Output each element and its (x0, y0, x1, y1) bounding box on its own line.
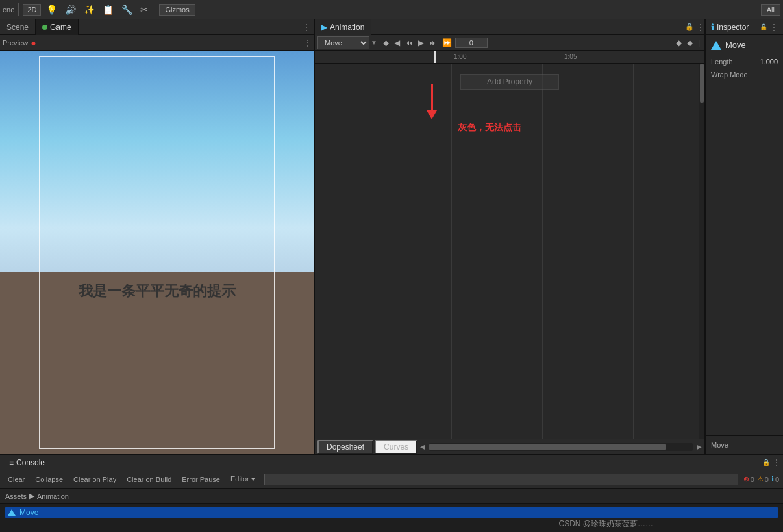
tools-icon[interactable]: 🔧 (119, 3, 135, 16)
playhead[interactable] (434, 51, 436, 63)
asset-panel: Assets ▶ Animation Move (0, 489, 783, 532)
forward-btn[interactable]: ⏩ (440, 37, 454, 49)
clip-selector[interactable]: Move (317, 36, 369, 49)
timeline-ruler: 1:00 1:05 (434, 51, 702, 63)
error-badge: ⊗ 0 (743, 475, 754, 483)
scrollbar-v-thumb (700, 64, 704, 103)
fx-icon[interactable]: ✨ (81, 3, 97, 16)
annotation-arrow (427, 84, 437, 119)
console-lock-icon[interactable]: 🔒 (762, 459, 770, 466)
anim-toolbar: Move ▼ ◆ ◀ ⏮ ▶ ⏭ ⏩ ◆ ◆ | (315, 35, 704, 51)
game-tab-dot (42, 25, 47, 30)
layers-icon[interactable]: 📋 (100, 3, 116, 16)
anim-tab-bar: ▶ Animation 🔒 ⋮ (315, 19, 704, 35)
top-toolbar: ene 2D 💡 🔊 ✨ 📋 🔧 ✂ Gizmos All (0, 0, 783, 19)
game-tab-label: Game (50, 23, 71, 32)
bottom-area: ≡ Console 🔒 ⋮ Clear Collapse Clear on Pl… (0, 454, 783, 532)
diamond-key-btn[interactable]: ◆ (381, 37, 391, 49)
assets-root-label: Assets (5, 492, 27, 500)
gizmos-button[interactable]: Gizmos (159, 4, 195, 16)
editor-dropdown-button[interactable]: Editor ▾ (227, 474, 259, 485)
error-count: 0 (751, 476, 754, 483)
length-label: Length (711, 58, 733, 66)
asset-item-move[interactable]: Move (5, 507, 778, 518)
info-icon: ℹ (771, 475, 774, 483)
assets-folder-label: Animation (37, 492, 69, 500)
timeline-scrollbar-v[interactable] (699, 64, 704, 439)
game-sub-toolbar: Preview ● ⋮ (0, 35, 314, 51)
console-toolbar: Clear Collapse Clear on Play Clear on Bu… (0, 470, 783, 489)
scene-hint-text: 我是一条平平无奇的提示 (79, 282, 236, 301)
anim-panel-icons: 🔒 ⋮ (685, 23, 704, 32)
clear-button[interactable]: Clear (4, 474, 29, 485)
console-more-icon[interactable]: ⋮ (773, 458, 780, 467)
divider2 (155, 3, 155, 16)
tab-game[interactable]: Game (36, 19, 79, 35)
preview-label: Preview (3, 39, 28, 47)
console-icon: ≡ (9, 458, 14, 467)
length-property: Length 1.000 (706, 55, 783, 68)
scroll-left-btn[interactable]: ◀ (420, 443, 425, 450)
scroll-right-btn[interactable]: ▶ (697, 443, 702, 450)
warn-badge: ⚠ 0 (757, 475, 769, 483)
anim-more-icon[interactable]: ⋮ (697, 23, 704, 32)
wrap-mode-property: Wrap Mode (706, 68, 783, 81)
info-badge: ℹ 0 (771, 475, 779, 483)
wrap-mode-label: Wrap Mode (711, 71, 748, 79)
grid-line-5 (633, 64, 634, 439)
add-property-button: Add Property (460, 74, 559, 90)
curves-tab[interactable]: Curves (375, 440, 417, 454)
inspector-icon: ℹ (711, 22, 714, 32)
clear-on-build-button[interactable]: Clear on Build (123, 474, 175, 485)
anim-dropdown-arrow: ▼ (371, 39, 377, 46)
scissors-icon[interactable]: ✂ (138, 3, 151, 16)
record-indicator: ● (31, 38, 36, 48)
clear-on-play-button[interactable]: Clear on Play (69, 474, 120, 485)
grid-line-1 (451, 64, 452, 439)
asset-item-icon (8, 509, 16, 516)
scrollbar-h-thumb (429, 444, 666, 450)
console-panel-icons: 🔒 ⋮ (762, 458, 780, 467)
tab-more-icon[interactable]: ⋮ (299, 23, 314, 32)
move-triangle-icon (711, 41, 721, 50)
play-btn[interactable]: ▶ (416, 37, 426, 49)
grid-line-4 (588, 64, 588, 439)
rewind-btn[interactable]: ⏮ (403, 37, 415, 49)
inspector-lock-icon[interactable]: 🔒 (760, 23, 767, 30)
collapse-button[interactable]: Collapse (31, 474, 67, 485)
divider1 (18, 3, 19, 16)
watermark-text: CSDN @珍珠奶茶菠萝…… (558, 518, 653, 529)
inspector-panel: ℹ Inspector 🔒 ⋮ Move Length 1.000 Wrap M… (705, 19, 783, 454)
inspector-bottom-section: Move (706, 435, 783, 454)
lock-icon[interactable]: 🔒 (685, 23, 694, 31)
inspector-move-section: Move (706, 35, 783, 55)
animation-panel: ▶ Animation 🔒 ⋮ Move ▼ ◆ ◀ ⏮ ▶ ⏭ ⏩ (315, 19, 705, 454)
tab-console[interactable]: ≡ Console (3, 455, 51, 470)
prev-key-btn[interactable]: ◀ (392, 37, 402, 49)
console-search-input[interactable] (264, 474, 738, 485)
tab-animation[interactable]: ▶ Animation (315, 19, 371, 35)
time-input[interactable] (455, 38, 488, 48)
animation-tab-label: Animation (330, 23, 364, 32)
inspector-panel-icons: 🔒 ⋮ (760, 23, 778, 32)
asset-item-label: Move (19, 508, 38, 517)
left-panel: Scene Game ⋮ Preview ● ⋮ 我是一条平平无奇的提示 (0, 19, 315, 454)
inspector-bottom-move-label: Move (711, 441, 728, 449)
lighting-icon[interactable]: 💡 (44, 3, 60, 16)
more-icon[interactable]: ⋮ (304, 38, 312, 47)
keyframe-scale-btn[interactable]: | (696, 37, 702, 49)
scene-game-tab-bar: Scene Game ⋮ (0, 19, 314, 35)
next-frame-btn[interactable]: ⏭ (427, 37, 439, 49)
all-button[interactable]: All (761, 4, 780, 16)
game-view-content: 我是一条平平无奇的提示 (0, 51, 314, 454)
audio-icon[interactable]: 🔊 (62, 3, 79, 16)
inspector-more-icon[interactable]: ⋮ (770, 23, 778, 32)
asset-breadcrumb: Assets ▶ Animation (0, 489, 783, 504)
dopesheet-tab[interactable]: Dopesheet (317, 440, 373, 454)
timeline-scrollbar-h[interactable] (429, 443, 693, 451)
tab-scene[interactable]: Scene (0, 19, 36, 35)
2d-button[interactable]: 2D (23, 4, 41, 16)
keyframe-rot-btn[interactable]: ◆ (685, 37, 695, 49)
error-pause-button[interactable]: Error Pause (178, 474, 224, 485)
keyframe-pos-btn[interactable]: ◆ (674, 37, 684, 49)
